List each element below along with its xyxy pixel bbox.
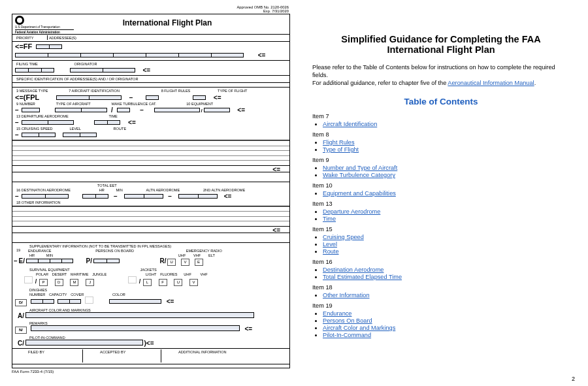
arrow-2: <= xyxy=(142,67,150,74)
toc-link[interactable]: Total Estimated Elapsed Time xyxy=(323,274,402,280)
lbl-number: NUMBER xyxy=(28,293,46,297)
toc-item-label: Item 13 xyxy=(312,201,570,207)
lbl-s10: 10 EQUIPMENT xyxy=(185,102,214,106)
toc-list-item: Pilot-In-Command xyxy=(323,332,570,338)
toc-link[interactable]: Persons On Board xyxy=(323,317,372,324)
lbl-uhf: UHF xyxy=(177,253,188,257)
aim-link[interactable]: Aeronautical Information Manual xyxy=(448,80,534,86)
toc-item-label: Item 15 xyxy=(312,226,570,233)
lbl-level: LEVEL xyxy=(68,127,82,131)
lbl-light: LIGHT xyxy=(144,272,157,276)
toc-link[interactable]: Equipment and Capabilities xyxy=(323,190,396,197)
slash-2: / xyxy=(201,108,203,114)
lbl-time: TIME xyxy=(107,114,118,118)
lbl-endurance: ENDURANCE xyxy=(27,249,52,253)
dot-seal-icon xyxy=(15,16,24,25)
toc-link[interactable]: Wake Turbulence Category xyxy=(323,172,395,178)
toc-list-item: Level xyxy=(323,241,570,248)
box-v: V xyxy=(181,259,189,266)
arrow-3: <= xyxy=(214,94,221,101)
toc-link[interactable]: Departure Aerodrome xyxy=(323,208,380,215)
a-marker: A/ xyxy=(18,312,24,319)
lbl-filed: FILED BY xyxy=(27,350,46,354)
toc-link[interactable]: Aircraft Color and Markings xyxy=(323,325,395,331)
r-marker: R/ xyxy=(159,257,166,265)
lbl-cover: COVER xyxy=(69,293,85,297)
arrow-4: <= xyxy=(237,106,245,114)
d-marker: D/ xyxy=(15,299,27,306)
toc-link[interactable]: Route xyxy=(323,248,339,255)
lbl-hr2: HR xyxy=(28,253,36,257)
lbl-accepted: ACCEPTED BY xyxy=(99,350,127,354)
dash-8: − xyxy=(168,193,172,200)
lbl-uhf2: UHF xyxy=(182,272,193,276)
intro-line1: Please refer to the Table of Contents be… xyxy=(312,64,570,80)
toc-link[interactable]: Endurance xyxy=(323,310,351,317)
arrow-5: <= xyxy=(128,119,136,126)
slash-1: / xyxy=(111,106,113,114)
toc-link[interactable]: Flight Rules xyxy=(323,139,355,146)
box-m: M xyxy=(70,279,78,286)
slash-4: / xyxy=(139,278,141,285)
lbl-originator: ORIGINATOR xyxy=(73,62,99,66)
n-marker: N/ xyxy=(15,327,27,334)
lbl-priority: PRIORITY xyxy=(15,36,35,40)
toc-list-item: Destination Aerodrome xyxy=(323,266,570,273)
box-e: E xyxy=(195,259,203,266)
box-f: F xyxy=(159,279,167,286)
lbl-min: MIN xyxy=(114,188,123,192)
toc-link[interactable]: Destination Aerodrome xyxy=(323,266,384,273)
e-marker: E/ xyxy=(19,257,25,265)
arrow-7: <= xyxy=(167,298,174,305)
toc-item-label: Item 16 xyxy=(312,259,570,265)
toc-link[interactable]: Time xyxy=(323,216,336,222)
approved-block: Approved OMB No. 2120-0026 Exp. 7/31/202… xyxy=(12,5,289,13)
form-number: FAA Form 7233-4 (7/15) xyxy=(12,370,289,374)
dash-2: − xyxy=(15,106,19,114)
toc-list-item: Departure Aerodrome xyxy=(323,208,570,215)
toc-list-item: Aircraft Color and Markings xyxy=(323,325,570,331)
toc-link[interactable]: Other Information xyxy=(323,292,370,298)
lbl-wtc: WAKE TURBULENCE CAT. xyxy=(110,102,158,106)
lbl-tof: TYPE OF FLIGHT xyxy=(216,89,248,93)
box-j: J xyxy=(86,279,94,286)
lbl-toa: TYPE OF AIRCRAFT xyxy=(55,102,92,106)
lbl-filing-time: FILING TIME xyxy=(15,62,39,66)
toc-list-item: Endurance xyxy=(323,310,570,317)
lbl-jackets: JACKETS xyxy=(139,268,158,272)
toc-link[interactable]: Pilot-In-Command xyxy=(323,332,371,338)
dash-6: − xyxy=(15,193,19,200)
toc-list-item: Type of Flight xyxy=(323,146,570,153)
fpl-marker: <=(FPL xyxy=(15,93,39,101)
toc-list-item: Equipment and Capabilities xyxy=(323,190,570,197)
lbl-min2: MIN xyxy=(45,253,54,257)
lbl-route: ROUTE xyxy=(112,127,128,131)
lbl-teet: TOTAL EET xyxy=(96,184,118,187)
lbl-desert: DESERT xyxy=(51,272,69,276)
lbl-s15: 15 CRUISING SPEED xyxy=(15,127,54,131)
toc-link[interactable]: Cruising Speed xyxy=(323,234,364,240)
toc-item-label: Item 19 xyxy=(312,302,570,309)
toc-link[interactable]: Aircraft Identification xyxy=(323,121,377,127)
toc-link[interactable]: Number and Type of Aircraft xyxy=(323,165,397,171)
lbl-s3: 3 MESSAGE TYPE xyxy=(15,89,49,93)
lbl-altn: ALTN AERODROME xyxy=(144,188,181,192)
toc-list-item: Time xyxy=(323,216,570,222)
toc-list-item: Route xyxy=(323,248,570,255)
c-marker: C/ xyxy=(18,340,24,347)
box-u: U xyxy=(167,259,176,266)
lbl-capacity: CAPACITY xyxy=(48,293,69,297)
lbl-s9: 9 NUMBER xyxy=(15,102,37,106)
dash-1: − xyxy=(129,94,133,101)
page-number: 2 xyxy=(572,376,575,382)
toc-list-item: Other Information xyxy=(323,292,570,298)
p-marker: P/ xyxy=(86,257,92,265)
box-l: L xyxy=(143,279,152,286)
toc-item-label: Item 7 xyxy=(312,113,570,120)
toc-link[interactable]: Type of Flight xyxy=(323,146,359,153)
lbl-s18: 18 OTHER INFORMATION xyxy=(15,201,62,204)
lbl-s19: 19 xyxy=(15,248,27,257)
lbl-s13: 13 DEPARTURE AERODROME xyxy=(15,114,70,118)
toc-heading: Table of Contents xyxy=(312,97,570,106)
toc-link[interactable]: Level xyxy=(323,241,337,248)
